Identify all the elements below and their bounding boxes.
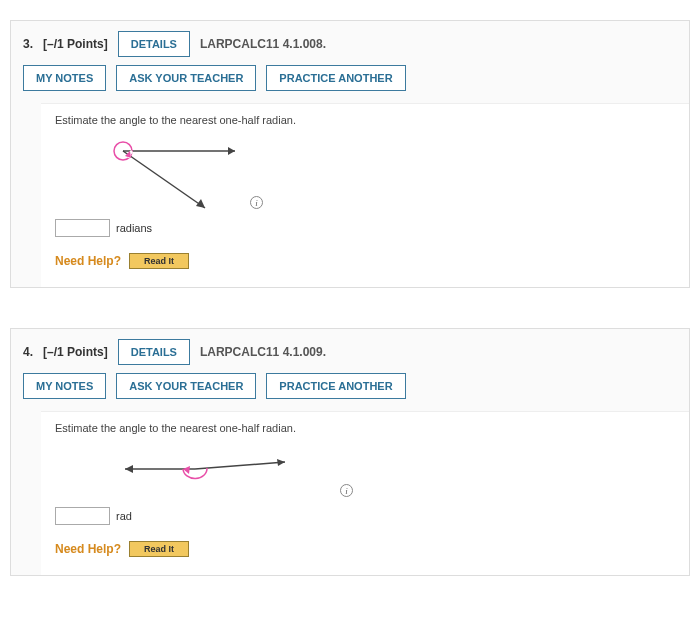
answer-row: rad: [55, 507, 675, 525]
angle-figure: i: [95, 444, 675, 499]
question-header: 4. [–/1 Points] DETAILS LARPCALC11 4.1.0…: [11, 329, 689, 365]
need-help-label: Need Help?: [55, 254, 121, 268]
unit-label: rad: [116, 510, 132, 522]
practice-another-button[interactable]: PRACTICE ANOTHER: [266, 373, 405, 399]
question-block: 3. [–/1 Points] DETAILS LARPCALC11 4.1.0…: [10, 20, 690, 288]
need-help-label: Need Help?: [55, 542, 121, 556]
source-code: LARPCALC11 4.1.008.: [200, 37, 326, 51]
svg-line-2: [123, 151, 205, 208]
my-notes-button[interactable]: MY NOTES: [23, 373, 106, 399]
answer-row: radians: [55, 219, 675, 237]
question-prompt: Estimate the angle to the nearest one-ha…: [55, 114, 675, 126]
question-number: 4.: [23, 345, 33, 359]
answer-input[interactable]: [55, 507, 110, 525]
svg-marker-5: [125, 151, 131, 158]
help-row: Need Help? Read It: [55, 253, 675, 269]
unit-label: radians: [116, 222, 152, 234]
my-notes-button[interactable]: MY NOTES: [23, 65, 106, 91]
question-body: Estimate the angle to the nearest one-ha…: [41, 411, 689, 575]
answer-input[interactable]: [55, 219, 110, 237]
page-container: 3. [–/1 Points] DETAILS LARPCALC11 4.1.0…: [0, 0, 700, 624]
svg-line-6: [195, 462, 285, 469]
question-body: Estimate the angle to the nearest one-ha…: [41, 103, 689, 287]
source-code: LARPCALC11 4.1.009.: [200, 345, 326, 359]
practice-another-button[interactable]: PRACTICE ANOTHER: [266, 65, 405, 91]
svg-marker-7: [277, 459, 285, 466]
points-label: [–/1 Points]: [43, 345, 108, 359]
action-buttons: MY NOTES ASK YOUR TEACHER PRACTICE ANOTH…: [11, 365, 689, 411]
angle-figure: i: [95, 136, 675, 211]
action-buttons: MY NOTES ASK YOUR TEACHER PRACTICE ANOTH…: [11, 57, 689, 103]
info-icon[interactable]: i: [340, 484, 353, 497]
details-button[interactable]: DETAILS: [118, 31, 190, 57]
read-it-button[interactable]: Read It: [129, 253, 189, 269]
question-block: 4. [–/1 Points] DETAILS LARPCALC11 4.1.0…: [10, 328, 690, 576]
ask-teacher-button[interactable]: ASK YOUR TEACHER: [116, 65, 256, 91]
svg-marker-1: [228, 147, 235, 155]
help-row: Need Help? Read It: [55, 541, 675, 557]
svg-marker-9: [125, 465, 133, 473]
read-it-button[interactable]: Read It: [129, 541, 189, 557]
info-icon[interactable]: i: [250, 196, 263, 209]
question-prompt: Estimate the angle to the nearest one-ha…: [55, 422, 675, 434]
details-button[interactable]: DETAILS: [118, 339, 190, 365]
question-number: 3.: [23, 37, 33, 51]
question-header: 3. [–/1 Points] DETAILS LARPCALC11 4.1.0…: [11, 21, 689, 57]
ask-teacher-button[interactable]: ASK YOUR TEACHER: [116, 373, 256, 399]
points-label: [–/1 Points]: [43, 37, 108, 51]
